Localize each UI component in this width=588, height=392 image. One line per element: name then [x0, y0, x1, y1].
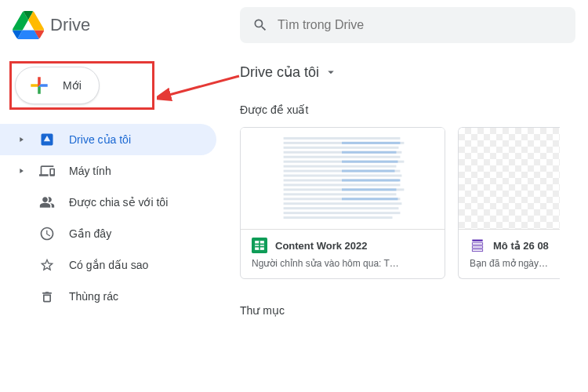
drive-logo-icon [13, 9, 44, 41]
app-name: Drive [50, 15, 90, 35]
sidebar: Mới Drive của tôi Máy tính [0, 50, 227, 392]
svg-rect-6 [284, 156, 401, 158]
svg-rect-35 [472, 246, 482, 249]
suggested-heading: Được đề xuất [240, 103, 588, 116]
forms-icon [470, 238, 485, 253]
card-title: Content Work 2022 [275, 240, 368, 252]
sidebar-item-label: Được chia sẻ với tôi [69, 196, 207, 209]
sidebar-item-starred[interactable]: Có gắn dấu sao [0, 249, 216, 281]
svg-rect-21 [342, 151, 396, 154]
svg-rect-36 [472, 249, 482, 252]
shared-icon [39, 194, 55, 210]
card-thumbnail [241, 128, 445, 230]
svg-rect-25 [342, 188, 396, 191]
svg-rect-23 [342, 170, 394, 172]
header: Drive [0, 0, 588, 50]
sidebar-item-trash[interactable]: Thùng rác [0, 281, 216, 312]
svg-rect-33 [472, 240, 482, 242]
suggestion-card[interactable]: Mô tả 26 08 Bạn đã mở ngày hô [458, 127, 560, 279]
card-title: Mô tả 26 08 [493, 240, 549, 252]
svg-rect-22 [342, 161, 397, 163]
svg-rect-26 [342, 198, 397, 200]
nav: Drive của tôi Máy tính Được chia sẻ với … [0, 124, 227, 312]
svg-rect-19 [284, 216, 393, 219]
sidebar-item-label: Gần đây [69, 227, 207, 240]
suggestion-card[interactable]: Content Work 2022 Người chỉnh sửa vào hô… [240, 127, 445, 279]
chevron-down-icon [324, 65, 338, 79]
sidebar-item-my-drive[interactable]: Drive của tôi [0, 124, 216, 155]
sheets-icon [252, 238, 267, 253]
suggestions-row: Content Work 2022 Người chỉnh sửa vào hô… [240, 127, 588, 279]
new-button[interactable]: Mới [15, 67, 100, 104]
svg-rect-20 [342, 142, 400, 144]
plus-icon [27, 73, 52, 98]
sidebar-item-label: Drive của tôi [69, 133, 207, 146]
sidebar-item-computers[interactable]: Máy tính [0, 155, 216, 187]
sidebar-item-label: Có gắn dấu sao [69, 259, 207, 271]
logo-section: Drive [13, 9, 240, 41]
card-subtitle: Bạn đã mở ngày hô [470, 258, 549, 269]
search-icon [252, 17, 268, 33]
svg-rect-2 [284, 137, 401, 140]
card-subtitle: Người chỉnh sửa vào hôm qua: T… [252, 258, 434, 269]
recent-icon [39, 226, 55, 241]
new-button-label: Mới [63, 79, 82, 92]
sidebar-item-label: Máy tính [69, 165, 207, 177]
breadcrumb-label: Drive của tôi [240, 64, 319, 81]
svg-rect-16 [284, 202, 402, 205]
star-icon [39, 257, 55, 273]
svg-rect-24 [342, 179, 400, 181]
svg-rect-8 [284, 165, 397, 168]
computers-icon [39, 163, 55, 179]
sidebar-item-shared[interactable]: Được chia sẻ với tôi [0, 187, 216, 218]
annotation-highlight-box: Mới [9, 61, 154, 110]
expand-icon[interactable] [17, 136, 25, 143]
main-content: Drive của tôi Được đề xuất [227, 50, 588, 392]
card-thumbnail [459, 128, 560, 230]
svg-rect-12 [284, 183, 401, 186]
drive-icon [39, 132, 55, 147]
svg-rect-14 [284, 193, 397, 195]
svg-rect-17 [284, 207, 399, 209]
sidebar-item-recent[interactable]: Gần đây [0, 218, 216, 249]
breadcrumb[interactable]: Drive của tôi [240, 50, 588, 94]
sidebar-item-label: Thùng rác [69, 290, 207, 303]
search-bar[interactable] [240, 7, 575, 43]
svg-rect-34 [472, 243, 482, 245]
svg-rect-18 [284, 212, 401, 214]
folders-heading: Thư mục [240, 304, 588, 317]
expand-icon[interactable] [17, 167, 25, 175]
trash-icon [39, 289, 55, 304]
svg-rect-4 [284, 147, 399, 149]
search-input[interactable] [278, 18, 563, 32]
svg-rect-10 [284, 175, 402, 177]
